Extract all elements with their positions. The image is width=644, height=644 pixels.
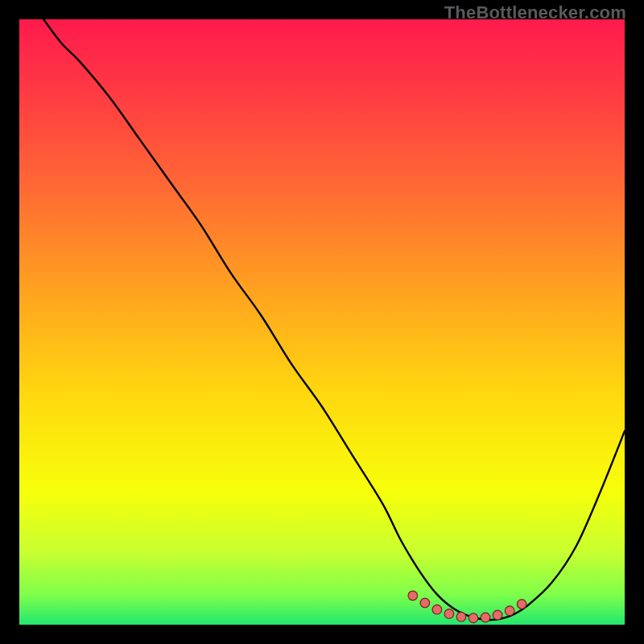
- optimal-dot: [481, 613, 490, 622]
- gradient-backdrop: [19, 19, 625, 625]
- chart-canvas: [19, 19, 625, 625]
- optimal-dot: [432, 605, 442, 614]
- optimal-dot: [493, 610, 502, 620]
- chart-frame: { "watermark": "TheBottlenecker.com", "c…: [0, 0, 644, 644]
- optimal-dot: [456, 612, 466, 621]
- optimal-dot: [469, 613, 478, 623]
- optimal-dot: [444, 609, 454, 619]
- optimal-dot: [517, 600, 526, 609]
- optimal-dot: [408, 591, 418, 601]
- optimal-dot: [505, 606, 514, 616]
- optimal-dot: [420, 598, 430, 608]
